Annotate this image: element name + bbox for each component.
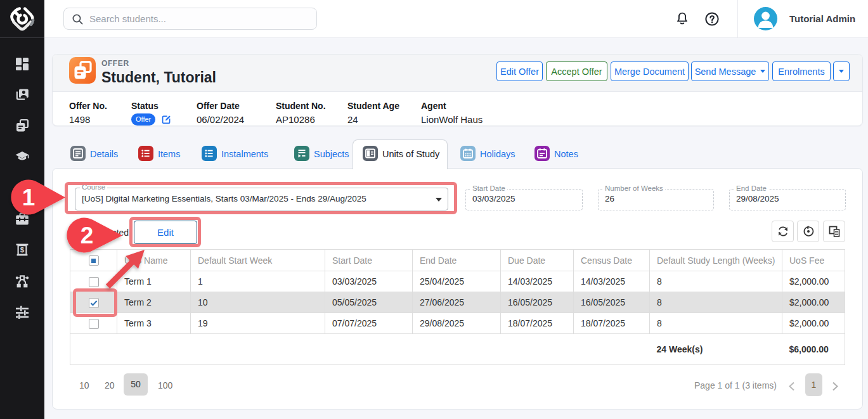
- svg-text:$: $: [20, 246, 25, 254]
